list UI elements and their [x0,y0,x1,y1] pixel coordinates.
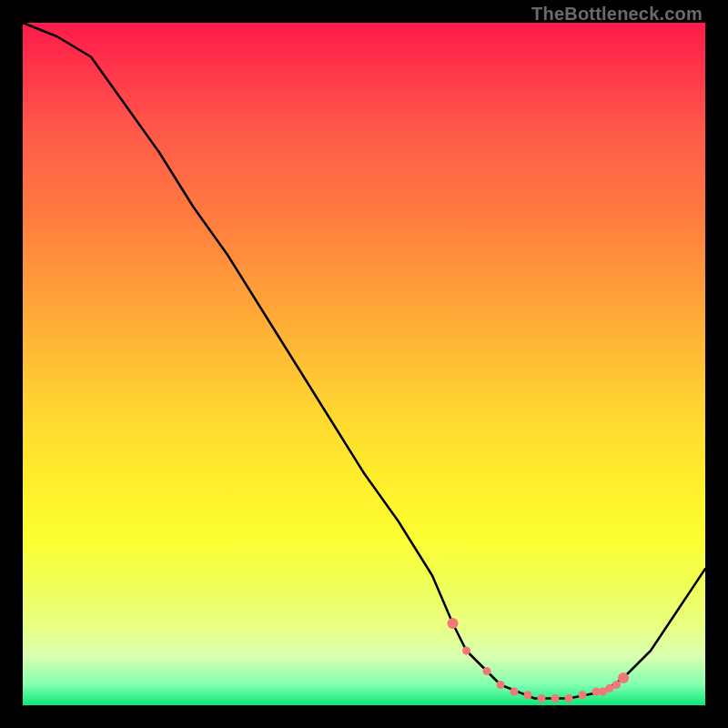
highlight-dot [565,694,573,703]
attribution-text: TheBottleneck.com [531,4,703,25]
bottleneck-curve [23,23,705,699]
highlight-dot [462,647,470,655]
chart-frame: TheBottleneck.com [0,0,728,728]
chart-svg [23,23,705,705]
highlight-dot [538,694,546,703]
highlight-dot [579,691,587,699]
highlight-dot [511,688,519,696]
highlight-dot [483,667,491,675]
highlight-dot [497,681,505,689]
highlight-dot [618,672,629,683]
highlight-dot [524,691,532,699]
highlight-dot [551,694,560,703]
highlight-dot [612,681,621,689]
highlight-dot [448,618,459,629]
